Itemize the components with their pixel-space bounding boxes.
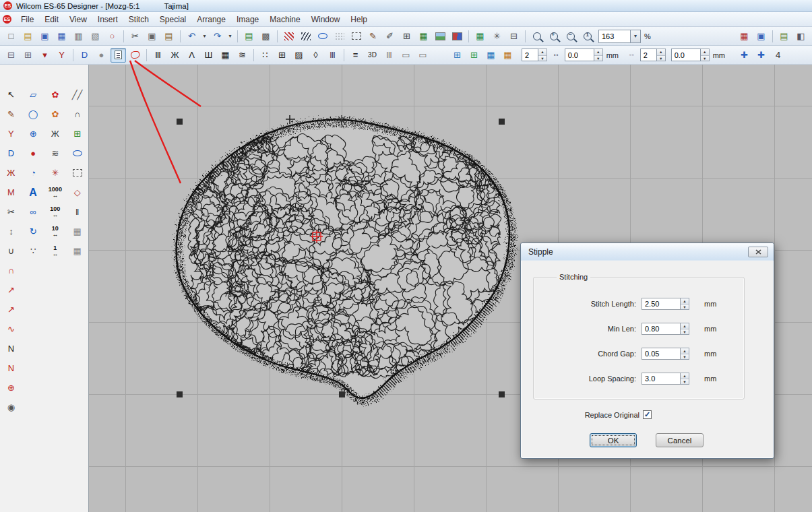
menu-stitch[interactable]: Stitch [123, 13, 154, 26]
grid-toggle-icon[interactable]: ⊞ [399, 29, 414, 44]
three-d-effect-icon[interactable]: 3D [365, 48, 380, 63]
flower-small-tool[interactable]: ✿ [44, 104, 67, 124]
dockers-icon[interactable]: ⊟ [506, 29, 522, 44]
chord-gap-spinner[interactable]: ▲▼ [681, 348, 689, 360]
menu-file[interactable]: File [15, 13, 39, 26]
spin-up-icon[interactable]: ▲ [681, 323, 689, 330]
ellipse-tool[interactable] [66, 143, 88, 163]
spin-down-icon[interactable]: ▼ [681, 354, 689, 360]
options-icon[interactable]: ✳ [489, 29, 505, 44]
select-tool[interactable]: ↖ [0, 85, 22, 104]
redo-dropdown-icon[interactable]: ▾ [226, 29, 234, 44]
rotate-tool[interactable]: ↻ [22, 222, 44, 241]
paste-icon[interactable]: ▤ [161, 29, 177, 44]
spin-up-icon[interactable]: ▲ [594, 49, 602, 56]
loop-spacing-input[interactable]: 3.0 [642, 373, 681, 385]
spacing-1000-preset[interactable]: 1000↔ [44, 183, 67, 202]
closed-shape-tool[interactable]: ◯ [22, 104, 44, 124]
offset-a-spinner[interactable]: ▲▼ [594, 49, 603, 61]
draw-icon[interactable]: ✎ [365, 29, 381, 44]
replace-original-checkbox[interactable]: ✓ [643, 410, 652, 419]
outlines-view-icon[interactable] [315, 29, 330, 44]
zigzag-red-tool[interactable]: Ж [0, 163, 22, 183]
gradient-fill-icon[interactable]: ● [94, 48, 109, 63]
menu-window[interactable]: Window [306, 13, 346, 26]
object-anchor-icon[interactable] [311, 230, 323, 243]
spacing-100-preset[interactable]: 100↔ [44, 202, 67, 222]
undo-icon[interactable]: ↶ [184, 29, 199, 44]
block-digitize-tool[interactable]: ⊞ [66, 124, 88, 143]
zigzag-stitch-icon[interactable]: Ж [167, 48, 183, 63]
show-vectors-icon[interactable] [449, 29, 465, 44]
partial-fill-tool[interactable]: ◔ [22, 163, 44, 183]
document-icon[interactable]: ES [3, 15, 11, 24]
open-design-icon[interactable]: ▤ [20, 29, 36, 44]
move-design-icon[interactable]: ✚ [737, 48, 752, 63]
print-icon[interactable]: ▥ [71, 29, 86, 44]
motif-run-tool[interactable]: ◇ [66, 183, 88, 202]
texture-b-tool[interactable]: ▦ [66, 241, 88, 261]
arrow-run-tool[interactable]: ↗ [0, 300, 22, 319]
mirror-merge-tool[interactable]: ∞ [22, 202, 44, 222]
menu-view[interactable]: View [64, 13, 92, 26]
copy-icon[interactable]: ▣ [144, 29, 160, 44]
satin-column-tool[interactable]: M [0, 183, 22, 202]
chord-gap-input[interactable]: 0.05 [642, 348, 681, 360]
zoom-dropdown-icon[interactable]: ▾ [631, 30, 641, 43]
branch-tool[interactable]: Y [0, 124, 22, 143]
curve-red-tool[interactable]: ∩ [0, 261, 22, 280]
selection-handle[interactable] [177, 391, 183, 397]
ok-button[interactable]: OK [590, 433, 637, 447]
motif-fill-icon[interactable]: ∷ [257, 48, 273, 63]
min-len-input[interactable]: 0.80 [642, 323, 681, 335]
flower-large-tool[interactable]: ✿ [44, 85, 67, 104]
entry-exit-tool[interactable]: ⊕ [0, 378, 22, 397]
partial-toolbar-icon[interactable]: 4 [770, 48, 786, 63]
export-machine-file-icon[interactable]: ▦ [54, 29, 69, 44]
menu-special[interactable]: Special [154, 13, 191, 26]
print-preview-icon[interactable]: ▧ [88, 29, 103, 44]
spin-down-icon[interactable]: ▼ [701, 56, 709, 62]
dialog-close-button[interactable] [748, 247, 768, 257]
count-b-spinner[interactable]: ▲▼ [657, 49, 666, 61]
freehand-tool[interactable]: ✎ [0, 104, 22, 124]
trapunto-icon[interactable]: Ⅲ [381, 48, 397, 63]
spin-down-icon[interactable]: ▼ [594, 56, 602, 62]
wave-effect-icon[interactable]: ≡ [348, 48, 363, 63]
offset-b-input[interactable]: 0.0 [671, 49, 701, 61]
contour-fill-icon[interactable]: Ⅲ [325, 48, 340, 63]
disc-b-icon[interactable]: ▭ [415, 48, 431, 63]
entry-marker-tool[interactable]: ● [22, 143, 44, 163]
slow-redraw-icon[interactable]: ▣ [753, 29, 769, 44]
tatami-fill-icon[interactable]: Ш [201, 48, 216, 63]
lettering-tool[interactable]: A [22, 183, 44, 202]
disc-a-icon[interactable]: ▭ [398, 48, 414, 63]
move-hoop-icon[interactable]: ✚ [753, 48, 769, 63]
zoom-1to1-icon[interactable] [580, 29, 595, 44]
scissors-tool[interactable]: ✂ [0, 202, 22, 222]
selection-handle[interactable] [177, 119, 183, 125]
selection-handle[interactable] [339, 391, 345, 397]
spin-up-icon[interactable]: ▲ [657, 49, 665, 56]
stitch-marker-tool[interactable]: ◉ [0, 397, 22, 417]
measure-tool[interactable]: ↕ [0, 222, 22, 241]
offset-a-input[interactable]: 0.0 [565, 49, 594, 61]
zoom-value-input[interactable]: 163 [598, 30, 631, 43]
spin-up-icon[interactable]: ▲ [681, 298, 689, 305]
spin-up-icon[interactable]: ▲ [681, 348, 689, 355]
spacing-10-preset[interactable]: 10↔ [44, 222, 67, 241]
layout-grid-green-icon[interactable]: ⊞ [466, 48, 482, 63]
spin-up-icon[interactable]: ▲ [701, 49, 709, 56]
color-film-icon[interactable]: ▦ [472, 29, 488, 44]
show-bitmap-icon[interactable] [433, 29, 448, 44]
layout-grid-blue-icon[interactable]: ⊞ [449, 48, 465, 63]
n-sequence-red-tool[interactable]: N [0, 358, 22, 378]
thread-colors-icon[interactable]: ▦ [416, 29, 431, 44]
zoom-combo[interactable]: 163 ▾ [598, 30, 641, 43]
diamond-fill-icon[interactable]: ◊ [308, 48, 323, 63]
parallel-hatch-tool[interactable]: ╱╱ [66, 85, 88, 104]
spin-down-icon[interactable]: ▼ [538, 56, 546, 62]
spin-up-icon[interactable]: ▲ [538, 49, 546, 56]
stipple-run-border-icon[interactable] [127, 48, 143, 63]
min-len-spinner[interactable]: ▲▼ [681, 323, 689, 335]
